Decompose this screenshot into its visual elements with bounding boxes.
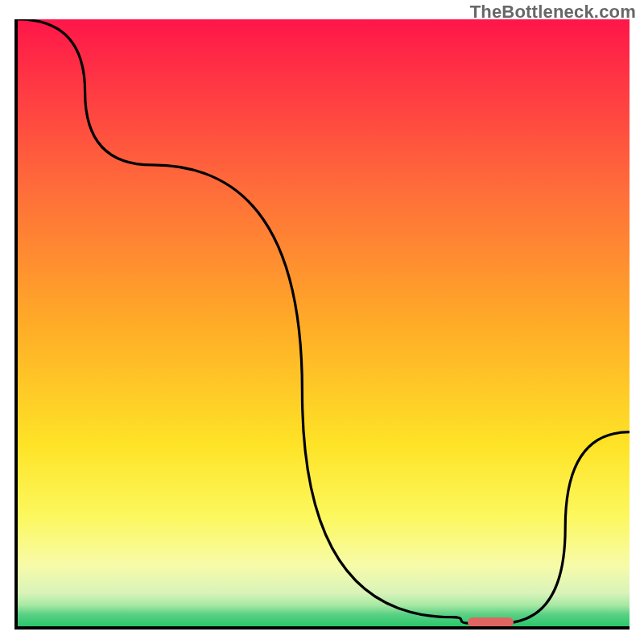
plot-area: [14, 19, 630, 630]
bottleneck-chart: TheBottleneck.com: [0, 0, 644, 644]
svg-rect-0: [18, 19, 630, 626]
gradient-background: [18, 19, 630, 626]
optimal-range-marker: [468, 617, 514, 627]
